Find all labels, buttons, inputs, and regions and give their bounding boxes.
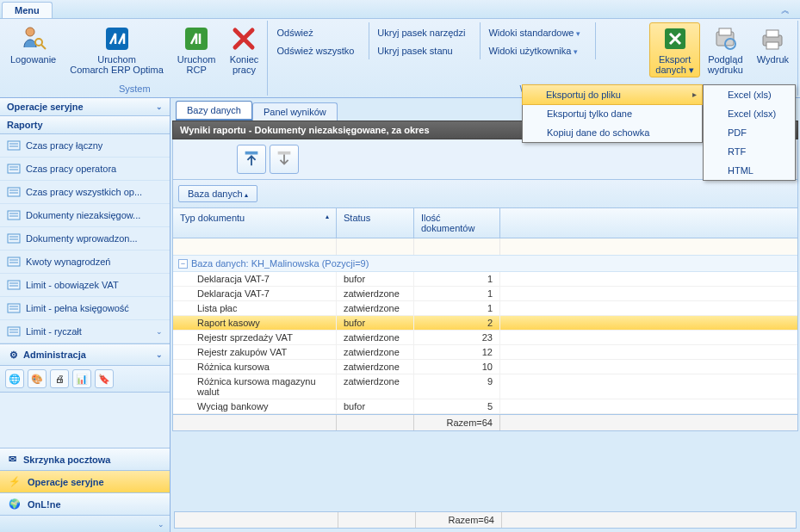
administracja-header[interactable]: ⚙ Administracja⌄ bbox=[0, 343, 170, 366]
svg-rect-29 bbox=[8, 281, 20, 289]
system-group-label: System bbox=[4, 82, 264, 96]
filter-row[interactable] bbox=[173, 238, 797, 256]
ukryj-stanu-button[interactable]: Ukryj pasek stanu bbox=[371, 42, 474, 59]
collapse-ribbon-icon[interactable]: ︽ bbox=[776, 3, 795, 18]
tool-globe-icon[interactable]: 🌐 bbox=[5, 369, 24, 388]
operacje-seryjne-header[interactable]: Operacje seryjne⌄ bbox=[0, 98, 170, 116]
rcp-icon bbox=[183, 25, 210, 53]
widoki-standardowe-dropdown[interactable]: Widoki standardowe bbox=[482, 24, 590, 41]
svg-rect-10 bbox=[766, 42, 778, 49]
group-sum-row: Razem=64 bbox=[173, 414, 797, 430]
table-row[interactable]: Wyciąg bankowybufor5 bbox=[173, 399, 797, 414]
report-icon bbox=[7, 139, 21, 152]
report-icon bbox=[7, 325, 21, 338]
format-submenu-popup: Excel (xls) Excel (xlsx) PDF RTF HTML bbox=[703, 84, 796, 181]
col-typ-dokumentu[interactable]: Typ dokumentu bbox=[173, 208, 337, 238]
report-icon bbox=[7, 185, 21, 199]
chevron-down-icon: ⌄ bbox=[156, 327, 163, 336]
sidebar-report-item[interactable]: Limit - obowiązek VAT bbox=[0, 274, 170, 297]
sidebar-report-item[interactable]: Limit - pełna księgowość bbox=[0, 297, 170, 320]
svg-rect-11 bbox=[8, 141, 20, 150]
bazy-danych-tab[interactable]: Bazy danych bbox=[176, 101, 252, 121]
uruchom-optima-button[interactable]: Uruchom Comarch ERP Optima bbox=[64, 22, 170, 77]
kopiuj-do-schowka-item[interactable]: Kopiuj dane do schowka bbox=[523, 123, 702, 142]
sidebar-expand-icon[interactable]: ⌄ bbox=[0, 515, 170, 532]
skrzynka-pocztowa-button[interactable]: ✉Skrzynka pocztowa bbox=[0, 448, 170, 470]
sidebar-report-item[interactable]: Dokumenty niezaksięgow... bbox=[0, 204, 170, 227]
svg-rect-23 bbox=[8, 234, 20, 243]
wydruk-button[interactable]: Wydruk bbox=[751, 22, 795, 67]
tool-print-icon[interactable]: 🖨 bbox=[50, 369, 69, 388]
uruchom-rcp-button[interactable]: Uruchom RCP bbox=[171, 22, 222, 77]
online-button[interactable]: 🌍OnL!ne bbox=[0, 492, 170, 515]
koniec-pracy-button[interactable]: Koniec pracy bbox=[223, 22, 264, 77]
sidebar-report-item[interactable]: Limit - ryczałt⌄ bbox=[0, 320, 170, 343]
raporty-header[interactable]: Raporty bbox=[0, 116, 170, 134]
eksport-danych-button[interactable]: Eksport danych ▾ bbox=[649, 22, 700, 77]
table-row[interactable]: Rejestr sprzedaży VATzatwierdzone23 bbox=[173, 331, 797, 345]
excel-export-icon bbox=[661, 25, 689, 53]
user-key-icon bbox=[20, 25, 47, 53]
table-row[interactable]: Deklaracja VAT-7bufor1 bbox=[173, 272, 797, 287]
svg-point-0 bbox=[26, 28, 34, 36]
podglad-wydruku-button[interactable]: Podgląd wydruku bbox=[702, 22, 749, 77]
html-item[interactable]: HTML bbox=[704, 161, 795, 180]
sidebar: Operacje seryjne⌄ Raporty Czas pracy łąc… bbox=[0, 98, 171, 532]
logowanie-button[interactable]: Logowanie bbox=[4, 22, 62, 67]
ukryj-narzedzi-button[interactable]: Ukryj pasek narzędzi bbox=[371, 24, 474, 41]
menu-tab[interactable]: Menu bbox=[2, 2, 53, 18]
group-by-chip[interactable]: Baza danych bbox=[178, 185, 257, 202]
svg-rect-39 bbox=[278, 152, 291, 155]
down-arrow-button[interactable] bbox=[270, 145, 299, 174]
tool-chart-icon[interactable]: 📊 bbox=[72, 369, 91, 388]
tool-palette-icon[interactable]: 🎨 bbox=[28, 369, 47, 388]
svg-point-1 bbox=[35, 39, 42, 46]
mail-icon: ✉ bbox=[9, 454, 16, 465]
sidebar-report-item[interactable]: Czas pracy operatora bbox=[0, 158, 170, 181]
table-row[interactable]: Lista płaczatwierdzone1 bbox=[173, 301, 797, 316]
sidebar-report-item[interactable]: Dokumenty wprowadzon... bbox=[0, 227, 170, 251]
export-menu-popup: Eksportuj do pliku Eksportuj tylko dane … bbox=[522, 84, 703, 143]
tool-tag-icon[interactable]: 🔖 bbox=[95, 369, 114, 388]
panel-wynikow-tab[interactable]: Panel wyników bbox=[252, 102, 338, 121]
optima-icon bbox=[103, 25, 131, 53]
eksportuj-do-pliku-item[interactable]: Eksportuj do pliku bbox=[522, 84, 703, 105]
widoki-uzytkownika-dropdown[interactable]: Widoki użytkownika bbox=[482, 42, 590, 59]
pdf-item[interactable]: PDF bbox=[704, 123, 795, 142]
print-preview-icon bbox=[711, 25, 739, 53]
svg-rect-35 bbox=[8, 327, 20, 336]
table-row[interactable]: Rejestr zakupów VATzatwierdzone12 bbox=[173, 345, 797, 360]
sidebar-report-item[interactable]: Czas pracy wszystkich op... bbox=[0, 181, 170, 204]
grid-header: Typ dokumentu Status Ilość dokumentów bbox=[172, 208, 798, 238]
operacje-seryjne-button[interactable]: ⚡Operacje seryjne bbox=[0, 470, 170, 492]
group-row[interactable]: − Baza danych: KH_Malinowska (Pozycji=9) bbox=[173, 256, 797, 272]
col-status[interactable]: Status bbox=[337, 208, 414, 238]
collapse-group-icon[interactable]: − bbox=[178, 259, 188, 269]
table-row[interactable]: Deklaracja VAT-7zatwierdzone1 bbox=[173, 287, 797, 301]
up-arrow-button[interactable] bbox=[237, 145, 266, 174]
report-icon bbox=[7, 162, 21, 176]
report-icon bbox=[7, 232, 21, 245]
table-row[interactable]: Różnica kursowazatwierdzone10 bbox=[173, 360, 797, 374]
svg-rect-9 bbox=[766, 30, 778, 37]
svg-rect-26 bbox=[8, 257, 20, 266]
odswiez-wszystko-button[interactable]: Odśwież wszystko bbox=[270, 42, 363, 59]
col-ilosc[interactable]: Ilość dokumentów bbox=[414, 208, 500, 238]
sidebar-report-item[interactable]: Czas pracy łączny bbox=[0, 134, 170, 158]
printer-icon bbox=[759, 25, 786, 53]
svg-rect-6 bbox=[719, 28, 731, 35]
report-icon bbox=[7, 278, 21, 292]
grand-total-row: Razem=64 bbox=[174, 511, 797, 529]
report-icon bbox=[7, 301, 21, 315]
table-row[interactable]: Różnica kursowa magazynu walutzatwierdzo… bbox=[173, 374, 797, 399]
rtf-item[interactable]: RTF bbox=[704, 142, 795, 161]
svg-rect-14 bbox=[8, 164, 20, 173]
excel-xls-item[interactable]: Excel (xls) bbox=[704, 85, 795, 104]
svg-rect-20 bbox=[8, 211, 20, 220]
sidebar-report-item[interactable]: Kwoty wynagrodzeń bbox=[0, 251, 170, 274]
eksportuj-tylko-dane-item[interactable]: Eksportuj tylko dane bbox=[523, 104, 702, 123]
excel-xlsx-item[interactable]: Excel (xlsx) bbox=[704, 104, 795, 123]
odswiez-button[interactable]: Odśwież bbox=[270, 24, 363, 41]
lightning-icon: ⚡ bbox=[9, 476, 21, 487]
table-row[interactable]: Raport kasowybufor2 bbox=[173, 316, 797, 331]
